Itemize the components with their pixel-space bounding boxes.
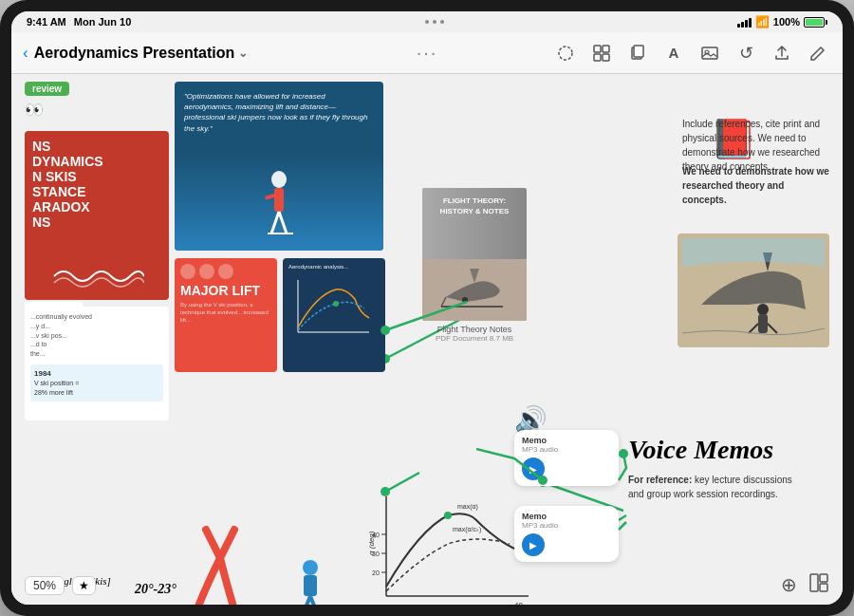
panels-icon[interactable] <box>808 572 829 597</box>
star-icon[interactable]: ★ <box>72 576 96 595</box>
svg-rect-7 <box>702 47 717 59</box>
slide-ns: NS <box>32 215 161 230</box>
blue-figure-svg <box>282 558 339 605</box>
svg-line-13 <box>385 473 419 492</box>
voice-memos-title: Voice Memos <box>628 435 773 465</box>
memo-item-1[interactable]: Memo MP3 audio ▶ <box>514 430 619 486</box>
battery-icon <box>804 17 827 28</box>
glider-image <box>678 233 829 347</box>
slide-blue-bottom[interactable]: Aerodynamic analysis... <box>283 258 385 372</box>
svg-text:20: 20 <box>372 569 380 576</box>
battery-body <box>804 17 825 28</box>
toolbar-dots[interactable]: ··· <box>414 40 440 66</box>
grid-icon[interactable] <box>588 40 615 66</box>
svg-rect-57 <box>820 574 827 582</box>
toolbar: ‹ Aerodynamics Presentation ⌄ ··· <box>11 32 843 74</box>
pdf-element[interactable]: FLIGHT THEORY: HISTORY & NOTES Flight <box>418 188 531 343</box>
major-lift-desc: By using the V ski position, a technique… <box>180 302 271 324</box>
ipad-screen: 9:41 AM Mon Jun 10 📶 100% <box>11 11 843 605</box>
svg-point-55 <box>444 512 452 519</box>
share-icon[interactable] <box>769 40 795 66</box>
status-center <box>425 20 444 24</box>
document-title: Aerodynamics Presentation ⌄ <box>34 45 249 62</box>
copy-icon[interactable] <box>624 40 651 66</box>
bar4 <box>749 18 752 28</box>
date: Mon Jun 10 <box>74 16 132 28</box>
svg-rect-2 <box>603 46 609 52</box>
blue-skier-figure <box>282 558 339 605</box>
dot1 <box>425 20 429 24</box>
undo-icon[interactable]: ↺ <box>733 40 759 66</box>
battery-fill <box>806 19 823 26</box>
wifi-icon: 📶 <box>755 15 770 28</box>
svg-rect-58 <box>820 584 827 591</box>
skier-svg <box>232 165 326 241</box>
title-chevron[interactable]: ⌄ <box>238 47 248 60</box>
accessibility-icon[interactable]: ⊕ <box>781 573 797 596</box>
svg-rect-1 <box>594 46 601 52</box>
svg-point-37 <box>303 560 318 575</box>
graph-description: Aerodynamic analysis... <box>288 264 380 271</box>
red-bottom-content: MAJOR LIFT By using the V ski position, … <box>175 258 277 329</box>
slide-red-left[interactable]: NS DYNAMICS N SKIS STANCE ARADOX NS <box>25 131 169 300</box>
slide-blue-top[interactable]: "Optimizations have allowed for increase… <box>175 82 383 251</box>
title-text: Aerodynamics Presentation <box>34 45 235 62</box>
pdf-filename: Flight Theory Notes <box>437 325 511 334</box>
svg-rect-31 <box>758 314 768 333</box>
blue-quote: "Optimizations have allowed for increase… <box>175 82 383 143</box>
voice-memos-for-reference: For reference: <box>628 475 692 485</box>
graph-area: α (deg) 40 max(α) max(α/cₛ) 20 30 <box>362 492 533 605</box>
svg-rect-4 <box>603 54 609 61</box>
lower-left-text: ...continually evolved...y d......v ski … <box>25 307 169 407</box>
svg-rect-3 <box>594 54 601 61</box>
bar2 <box>741 22 744 28</box>
slide-dynamics: DYNAMICS <box>32 154 161 169</box>
image-icon[interactable] <box>696 40 723 66</box>
slide-stance: STANCE <box>32 184 161 199</box>
slide-paradox: ARADOX <box>32 199 161 215</box>
svg-point-30 <box>757 304 769 315</box>
svg-rect-38 <box>304 575 317 596</box>
back-button[interactable]: ‹ <box>23 44 28 63</box>
bar3 <box>745 20 748 28</box>
bar1 <box>737 24 740 28</box>
slide-red-text: NS <box>32 139 161 154</box>
voice-memos-subtitle: For reference: key lecture discussions a… <box>628 473 808 501</box>
pdf-title: FLIGHT THEORY: HISTORY & NOTES <box>422 188 527 224</box>
svg-line-40 <box>310 596 320 605</box>
edit-icon[interactable] <box>805 40 831 66</box>
angle-value: 20°-23° <box>135 582 176 597</box>
bottom-right-icons: ⊕ <box>781 572 829 597</box>
annotation-bold-part: We need to demonstrate how we researched… <box>682 164 829 207</box>
slide-lower-left[interactable]: ...continually evolved...y d......v ski … <box>25 307 169 420</box>
slide-n-skis: N SKIS <box>32 169 161 184</box>
lasso-icon[interactable] <box>552 40 579 66</box>
svg-text:40: 40 <box>514 601 523 605</box>
svg-line-19 <box>271 212 279 233</box>
svg-point-26 <box>462 297 468 303</box>
svg-text:40: 40 <box>372 532 380 538</box>
text-icon[interactable]: A <box>660 40 687 66</box>
svg-text:30: 30 <box>372 551 380 557</box>
plane-svg <box>436 264 512 316</box>
memo1-play-button[interactable]: ▶ <box>522 457 545 480</box>
slide-red-bottom[interactable]: MAJOR LIFT By using the V ski position, … <box>175 258 277 372</box>
svg-line-20 <box>279 212 287 233</box>
toolbar-center: ··· <box>414 40 440 66</box>
time: 9:41 AM <box>27 16 66 28</box>
review-tag: review <box>25 82 69 96</box>
zoom-badge[interactable]: 50% <box>25 576 65 595</box>
graph-svg <box>288 275 374 342</box>
ski-svg <box>173 520 277 605</box>
battery-tip <box>826 20 827 25</box>
svg-line-27 <box>441 297 446 307</box>
signal-icon <box>737 17 752 28</box>
dot2 <box>433 20 436 24</box>
wave-icon <box>49 262 144 290</box>
slide-blue-bottom-content: Aerodynamic analysis... <box>283 258 385 351</box>
memo2-label: Memo <box>522 512 611 521</box>
glider-svg <box>682 238 825 343</box>
status-bar: 9:41 AM Mon Jun 10 📶 100% <box>11 11 843 32</box>
main-graph-svg: α (deg) 40 max(α) max(α/cₛ) 20 30 <box>362 492 533 605</box>
canvas[interactable]: review 👀 NS DYNAMICS N SKIS STANCE ARADO… <box>11 74 843 605</box>
